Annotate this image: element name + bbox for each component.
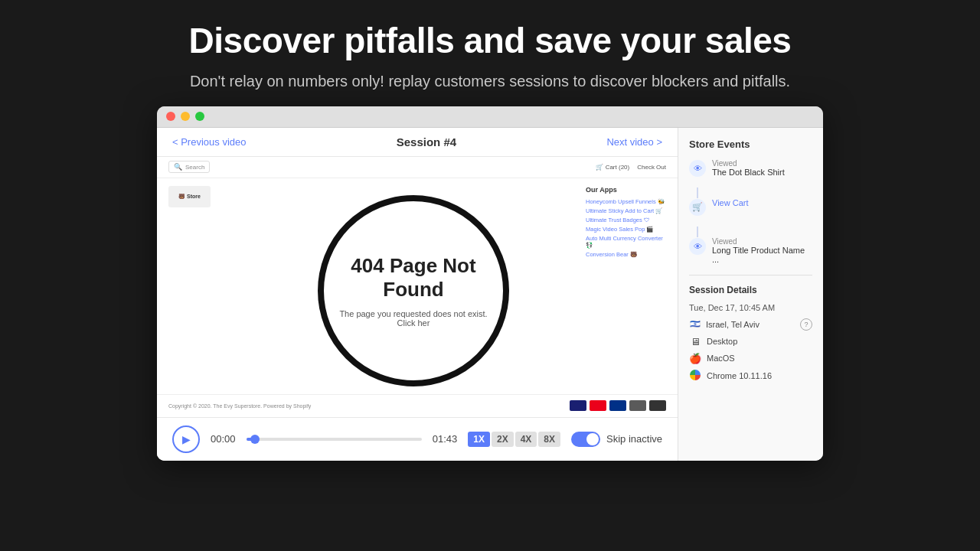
traffic-light-green[interactable] [195, 112, 204, 121]
session-details: Session Details Tue, Dec 17, 10:45 AM 🇮🇱… [689, 275, 812, 383]
current-time: 00:00 [211, 433, 236, 445]
mini-sidebar-title: Our Apps [586, 186, 670, 194]
next-video-link[interactable]: Next video > [606, 136, 662, 148]
mini-link-6[interactable]: Conversion Bear 🐻 [586, 251, 670, 258]
site-content: 🔍 Search 🛒 Cart (20) Check Out [157, 157, 678, 417]
speed-1x[interactable]: 1X [468, 432, 490, 447]
player-nav: < Previous video Session #4 Next video > [157, 128, 678, 157]
event-label-1: Viewed [712, 159, 785, 168]
apple-icon: 🍎 [689, 353, 701, 364]
progress-dot [250, 435, 260, 444]
mini-link-1[interactable]: Honeycomb Upsell Funnels 🐝 [586, 198, 670, 205]
mini-site-nav: 🔍 Search 🛒 Cart (20) Check Out [157, 157, 678, 178]
event-viewed-product: 👁 Viewed Long Title Product Name ... [689, 237, 812, 264]
mini-cart-link: 🛒 Cart (20) [596, 164, 629, 171]
page-subtitle: Don't relay on numbers only! replay cust… [189, 70, 792, 93]
flag-icon: 🇮🇱 [689, 319, 701, 329]
chrome-icon [689, 370, 701, 383]
session-device-row: 🖥 Desktop [689, 336, 812, 347]
session-device: Desktop [707, 337, 737, 346]
payment-icons [570, 400, 666, 411]
event-cart-icon: 🛒 [689, 199, 706, 216]
speed-2x[interactable]: 2X [492, 432, 514, 447]
pay-icon-2 [590, 400, 606, 411]
event-view-icon-3: 👁 [689, 238, 706, 255]
play-button[interactable]: ▶ [172, 425, 200, 453]
search-text: Search [185, 164, 204, 171]
event-content-2: View Cart [712, 198, 748, 207]
event-connector-1 [697, 187, 698, 198]
total-time: 01:43 [433, 433, 458, 445]
mini-link-5[interactable]: Auto Multi Currency Converter 💱 [586, 235, 670, 249]
session-details-title: Session Details [689, 285, 812, 295]
event-viewed-shirt: 👁 Viewed The Dot Black Shirt [689, 159, 812, 177]
session-date: Tue, Dec 17, 10:45 AM [689, 303, 812, 312]
player-panel: < Previous video Session #4 Next video >… [157, 128, 678, 461]
error-desc: The page you requested does not exist. C… [324, 309, 503, 328]
session-title: Session #4 [397, 135, 456, 148]
mini-site-body: 🐻 Store 404 Page Not Found The page you … [157, 178, 678, 417]
toggle-knob [586, 433, 599, 445]
event-view-cart: 🛒 View Cart [689, 198, 812, 216]
event-cart-link[interactable]: View Cart [712, 198, 748, 207]
skip-label: Skip inactive [606, 433, 662, 445]
mini-sidebar: Our Apps Honeycomb Upsell Funnels 🐝 Ulti… [578, 178, 678, 417]
event-connector-2 [697, 227, 698, 237]
skip-inactive-toggle: Skip inactive [571, 432, 662, 447]
monitor-icon: 🖥 [689, 336, 701, 347]
speed-8x[interactable]: 8X [538, 432, 560, 447]
pay-icon-5 [649, 400, 666, 411]
sidebar-panel: Store Events 👁 Viewed The Dot Black Shir… [678, 128, 823, 461]
mini-link-2[interactable]: Ultimate Sticky Add to Cart 🛒 [586, 207, 670, 214]
player-outer: < Previous video Session #4 Next video >… [157, 128, 823, 461]
page-wrapper: Discover pitfalls and save your sales Do… [0, 0, 980, 551]
event-content-1: Viewed The Dot Black Shirt [712, 159, 785, 177]
search-icon: 🔍 [174, 163, 182, 171]
speed-buttons: 1X 2X 4X 8X [468, 432, 560, 447]
session-browser-row: Chrome 10.11.16 [689, 370, 812, 383]
footer-text: Copyright © 2020. The Evy Superstore. Po… [168, 403, 311, 409]
traffic-light-red[interactable] [166, 112, 175, 121]
mini-footer: Copyright © 2020. The Evy Superstore. Po… [157, 394, 678, 417]
help-button[interactable]: ? [800, 318, 812, 331]
player-controls: ▶ 00:00 01:43 1X 2X 4X 8X [157, 417, 678, 461]
event-name-1: The Dot Black Shirt [712, 168, 785, 177]
pay-icon-1 [570, 400, 586, 411]
traffic-light-yellow[interactable] [181, 112, 190, 121]
mini-cart-area: 🛒 Cart (20) Check Out [596, 164, 666, 171]
mini-link-4[interactable]: Magic Video Sales Pop 🎬 [586, 226, 670, 233]
page-title: Discover pitfalls and save your sales [189, 21, 792, 60]
error-title: 404 Page Not Found [324, 254, 503, 302]
previous-video-link[interactable]: < Previous video [172, 136, 246, 148]
session-location-row: 🇮🇱 Israel, Tel Aviv ? [689, 318, 812, 331]
session-browser: Chrome 10.11.16 [707, 371, 772, 380]
magnify-circle: 404 Page Not Found The page you requeste… [318, 195, 509, 386]
event-content-3: Viewed Long Title Product Name ... [712, 237, 812, 264]
store-events-title: Store Events [689, 139, 812, 150]
session-os-row: 🍎 MacOS [689, 353, 812, 364]
event-view-icon-1: 👁 [689, 160, 706, 177]
video-frame: 🔍 Search 🛒 Cart (20) Check Out [157, 157, 678, 417]
session-location: Israel, Tel Aviv [706, 320, 760, 329]
event-name-3: Long Title Product Name ... [712, 246, 812, 264]
pay-icon-4 [629, 400, 646, 411]
page-header: Discover pitfalls and save your sales Do… [174, 0, 807, 106]
mini-logo: 🐻 Store [168, 186, 211, 207]
browser-titlebar [157, 106, 823, 128]
toggle-switch[interactable] [571, 432, 600, 447]
progress-bar[interactable] [247, 438, 422, 441]
session-os: MacOS [707, 354, 735, 363]
mini-link-3[interactable]: Ultimate Trust Badges 🛡 [586, 217, 670, 223]
browser-window: < Previous video Session #4 Next video >… [157, 106, 823, 461]
pay-icon-3 [609, 400, 626, 411]
speed-4x[interactable]: 4X [515, 432, 537, 447]
event-label-3: Viewed [712, 237, 812, 246]
mini-search-bar: 🔍 Search [168, 161, 210, 173]
mini-checkout-link: Check Out [637, 164, 666, 171]
